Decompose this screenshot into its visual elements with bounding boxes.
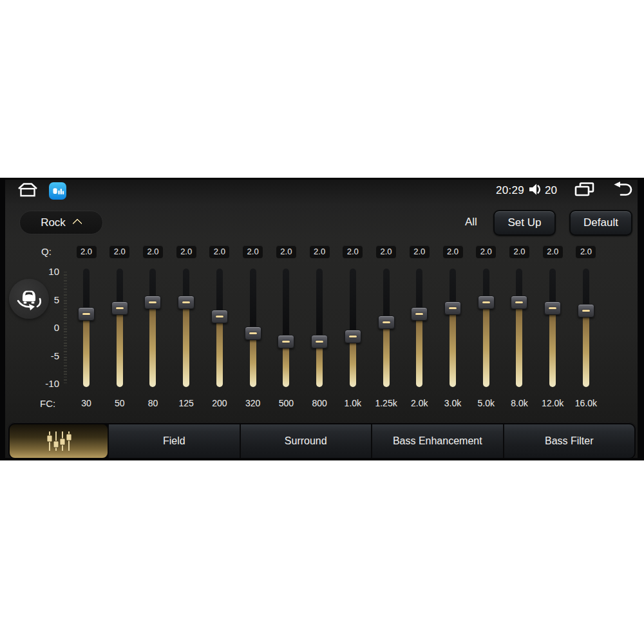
thumb-grip-line xyxy=(383,321,390,323)
eq-band-slider[interactable] xyxy=(345,269,361,387)
eq-band-slider[interactable] xyxy=(378,269,395,387)
slider-track xyxy=(117,269,123,387)
chevron-up-icon xyxy=(72,218,82,229)
eq-band-slider[interactable] xyxy=(411,269,428,387)
eq-band-slider[interactable] xyxy=(444,269,461,387)
eq-band-slider[interactable] xyxy=(211,269,228,387)
slider-thumb[interactable] xyxy=(144,296,161,309)
q-value-badge: 2.0 xyxy=(143,245,163,258)
slider-thumb[interactable] xyxy=(544,301,561,315)
q-value-badge: 2.0 xyxy=(209,245,229,258)
frequency-label: 320 xyxy=(236,398,270,409)
slider-thumb[interactable] xyxy=(111,301,128,315)
slider-fill xyxy=(316,342,323,387)
thumb-grip-line xyxy=(82,313,90,315)
clock: 20:29 xyxy=(496,184,524,197)
eq-band-slider[interactable] xyxy=(278,269,294,387)
frequency-label: 50 xyxy=(103,398,137,409)
slider-fill xyxy=(183,303,189,387)
back-icon[interactable] xyxy=(612,182,634,200)
volume-icon[interactable] xyxy=(528,183,543,199)
equalizer-screen: 20:29 20 xyxy=(0,178,644,460)
slider-thumb[interactable] xyxy=(345,330,361,343)
tab-bass-enhancement[interactable]: Bass Enhancement xyxy=(371,424,503,458)
tab-surround[interactable]: Surround xyxy=(240,424,372,458)
frequency-label: 12.0k xyxy=(536,398,569,409)
frequency-label: 2.0k xyxy=(402,398,436,409)
frequency-label: 80 xyxy=(136,398,169,409)
eq-band-slider[interactable] xyxy=(511,269,527,387)
slider-track xyxy=(149,269,156,387)
q-value-badge: 2.0 xyxy=(443,245,463,258)
recents-icon[interactable] xyxy=(574,182,595,200)
slider-fill xyxy=(216,317,223,387)
q-value-badge: 2.0 xyxy=(509,245,529,258)
home-icon[interactable] xyxy=(17,181,39,200)
car-sound-field-button[interactable] xyxy=(9,279,49,319)
slider-fill xyxy=(516,303,522,387)
default-button[interactable]: Default xyxy=(569,210,632,236)
equalizer-sliders-icon xyxy=(43,430,75,453)
slider-thumb[interactable] xyxy=(511,296,527,309)
slider-thumb[interactable] xyxy=(478,296,495,309)
eq-band-slider[interactable] xyxy=(578,269,594,387)
slider-track xyxy=(216,269,223,387)
gain-axis-ticks xyxy=(64,272,67,384)
slider-track xyxy=(583,269,589,387)
eq-band-slider[interactable] xyxy=(544,269,561,387)
q-value-badge: 2.0 xyxy=(476,245,496,258)
slider-thumb[interactable] xyxy=(211,310,228,323)
thumb-grip-line xyxy=(116,307,124,309)
slider-track xyxy=(83,269,90,387)
slider-fill xyxy=(350,336,356,387)
thumb-grip-line xyxy=(349,336,357,337)
frequency-label: 1.0k xyxy=(336,398,370,409)
eq-band-slider[interactable] xyxy=(78,269,95,387)
eq-band-slider[interactable] xyxy=(311,269,328,387)
slider-thumb[interactable] xyxy=(578,304,594,317)
slider-fill xyxy=(83,314,90,387)
slider-fill xyxy=(450,308,456,387)
equalizer-app-icon[interactable] xyxy=(49,182,66,200)
slider-thumb[interactable] xyxy=(311,335,328,348)
frequency-label: 800 xyxy=(303,398,336,409)
q-value-badge: 2.0 xyxy=(376,245,396,258)
thumb-grip-line xyxy=(515,301,523,303)
slider-thumb[interactable] xyxy=(378,316,395,329)
eq-band-slider[interactable] xyxy=(178,269,194,387)
tab-label: Bass Filter xyxy=(545,435,594,447)
eq-band-slider[interactable] xyxy=(111,269,128,387)
frequency-label: 30 xyxy=(70,398,103,409)
slider-thumb[interactable] xyxy=(444,301,461,315)
preset-dropdown[interactable]: Rock xyxy=(19,211,103,234)
q-value-badge: 2.0 xyxy=(343,245,363,258)
tab-label: Bass Enhancement xyxy=(393,435,482,447)
audio-tab-bar: FieldSurroundBass EnhancementBass Filter xyxy=(8,422,636,460)
preset-label: Rock xyxy=(41,216,66,229)
eq-band-slider[interactable] xyxy=(478,269,495,387)
slider-thumb[interactable] xyxy=(178,296,194,309)
thumb-grip-line xyxy=(149,301,156,303)
tab-bass-filter[interactable]: Bass Filter xyxy=(503,424,635,458)
eq-band-slider[interactable] xyxy=(245,269,261,387)
tab-field[interactable]: Field xyxy=(108,424,240,458)
slider-fill xyxy=(117,308,123,387)
slider-thumb[interactable] xyxy=(278,335,294,348)
eq-band-slider[interactable] xyxy=(144,269,161,387)
screen-bezel-bottom xyxy=(0,458,644,460)
slider-fill xyxy=(549,308,556,387)
all-toggle[interactable]: All xyxy=(465,216,477,229)
setup-button[interactable]: Set Up xyxy=(493,210,556,236)
slider-thumb[interactable] xyxy=(78,307,95,321)
frequency-label: 16.0k xyxy=(569,398,603,409)
q-value-badge: 2.0 xyxy=(576,245,596,258)
slider-track xyxy=(183,269,189,387)
slider-thumb[interactable] xyxy=(245,327,261,340)
head-unit-photo: 20:29 20 xyxy=(0,0,644,644)
thumb-grip-line xyxy=(449,307,457,309)
frequency-label: 200 xyxy=(203,398,236,409)
slider-thumb[interactable] xyxy=(411,307,428,321)
tab-equalizer[interactable] xyxy=(10,424,108,458)
thumb-grip-line xyxy=(282,341,290,343)
slider-track xyxy=(483,269,489,387)
